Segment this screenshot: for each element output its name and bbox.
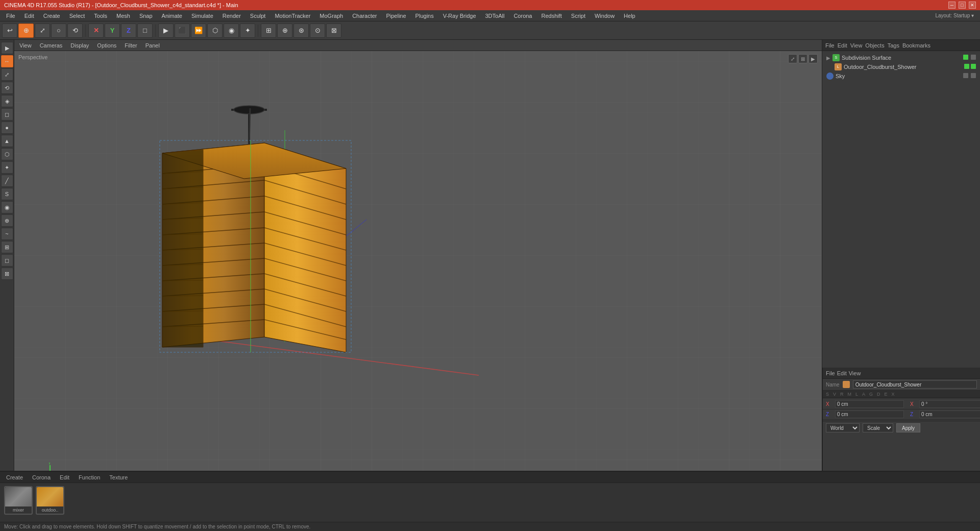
z-rot-input[interactable] xyxy=(919,411,980,418)
objects-edit-btn[interactable]: Edit xyxy=(838,42,847,49)
toolbar-axes[interactable]: ⊙ xyxy=(310,23,325,38)
tool-poly[interactable]: ◈ xyxy=(1,95,13,107)
transform-mode-select[interactable]: Scale Move Rotate xyxy=(863,423,893,432)
menu-select[interactable]: Select xyxy=(65,12,89,20)
maximize-button[interactable]: □ xyxy=(959,2,966,9)
menu-window[interactable]: Window xyxy=(591,12,619,20)
menu-file[interactable]: File xyxy=(2,12,19,20)
apply-button[interactable]: Apply xyxy=(896,423,920,432)
vp-menu-cameras[interactable]: Cameras xyxy=(38,42,65,49)
menu-edit[interactable]: Edit xyxy=(20,12,38,20)
menu-character[interactable]: Character xyxy=(348,12,381,20)
menu-help[interactable]: Help xyxy=(620,12,640,20)
scene-item-shower[interactable]: L Outdoor_Cloudburst_Shower xyxy=(824,62,978,71)
menu-simulate[interactable]: Simulate xyxy=(187,12,217,20)
vp-menu-options[interactable]: Options xyxy=(95,42,118,49)
tool-hex[interactable]: ⬡ xyxy=(1,148,13,160)
coord-system-select[interactable]: World Object Camera xyxy=(826,423,860,432)
menu-script[interactable]: Script xyxy=(567,12,590,20)
toolbar-materials[interactable]: ⬡ xyxy=(207,23,223,38)
objects-bookmarks-btn[interactable]: Bookmarks xyxy=(902,42,930,49)
vp-menu-filter[interactable]: Filter xyxy=(122,42,139,49)
tool-move[interactable]: ↔ xyxy=(1,55,13,67)
tool-deform[interactable]: ~ xyxy=(1,228,13,240)
menu-sculpt[interactable]: Sculpt xyxy=(246,12,270,20)
menu-render[interactable]: Render xyxy=(218,12,245,20)
toolbar-y-axis[interactable]: Y xyxy=(105,23,120,38)
mat-tab-texture[interactable]: Texture xyxy=(105,473,132,481)
toolbar-world[interactable]: □ xyxy=(137,23,153,38)
vp-menu-display[interactable]: Display xyxy=(68,42,91,49)
tool-null[interactable]: ⊕ xyxy=(1,214,13,227)
close-button[interactable]: ✕ xyxy=(969,2,976,9)
menu-mesh[interactable]: Mesh xyxy=(112,12,134,20)
objects-objects-btn[interactable]: Objects xyxy=(865,42,884,49)
menu-vray[interactable]: V-Ray Bridge xyxy=(439,12,480,20)
z-pos-input[interactable] xyxy=(835,411,904,418)
toolbar-move[interactable]: ⤢ xyxy=(35,23,50,38)
toolbar-add[interactable]: ⊕ xyxy=(18,23,34,38)
tool-spline[interactable]: S xyxy=(1,188,13,200)
tool-rotate[interactable]: ⟲ xyxy=(1,82,13,94)
mat-tab-function[interactable]: Function xyxy=(75,473,104,481)
toolbar-scale[interactable]: ○ xyxy=(51,23,66,38)
material-outdoor[interactable]: outdoo.. xyxy=(36,486,64,515)
toolbar-render-anim[interactable]: ⏩ xyxy=(191,23,206,38)
tool-cone[interactable]: ▲ xyxy=(1,135,13,147)
menu-corona[interactable]: Corona xyxy=(509,12,536,20)
x-pos-input[interactable] xyxy=(835,400,904,408)
tool-hair[interactable]: ⊠ xyxy=(1,268,13,280)
menu-3dtoall[interactable]: 3DToAll xyxy=(481,12,509,20)
viewport-play[interactable]: ▶ xyxy=(808,54,818,63)
tool-box[interactable]: ◻ xyxy=(1,108,13,120)
menu-motiontracker[interactable]: MotionTracker xyxy=(271,12,314,20)
mat-tab-edit[interactable]: Edit xyxy=(56,473,74,481)
menu-create[interactable]: Create xyxy=(39,12,64,20)
menu-tools[interactable]: Tools xyxy=(90,12,111,20)
tool-light[interactable]: ✦ xyxy=(1,161,13,174)
menu-mograph[interactable]: MoGraph xyxy=(315,12,347,20)
tool-sphere[interactable]: ● xyxy=(1,122,13,134)
vp-menu-panel[interactable]: Panel xyxy=(143,42,162,49)
menu-plugins[interactable]: Plugins xyxy=(411,12,438,20)
toolbar-z-axis[interactable]: Z xyxy=(121,23,136,38)
props-edit-btn[interactable]: Edit xyxy=(837,370,847,376)
viewport[interactable]: Perspective Grid Spacing : 100 cm ⤢ ⊞ ▶ … xyxy=(14,51,822,509)
toolbar-x-axis[interactable]: ✕ xyxy=(88,23,104,38)
toolbar-render-region[interactable]: ⬛ xyxy=(175,23,190,38)
toolbar-workplane[interactable]: ⊛ xyxy=(293,23,309,38)
material-mixer[interactable]: mixer xyxy=(4,486,33,515)
tool-grid2[interactable]: ⊞ xyxy=(1,241,13,253)
tool-camera[interactable]: ◉ xyxy=(1,201,13,213)
tool-scale2[interactable]: ⤢ xyxy=(1,68,13,81)
props-file-btn[interactable]: File xyxy=(826,370,835,376)
objects-tags-btn[interactable]: Tags xyxy=(888,42,899,49)
toolbar-objects[interactable]: ◉ xyxy=(224,23,239,38)
toolbar-rotate[interactable]: ⟲ xyxy=(67,23,83,38)
object-name-input[interactable] xyxy=(853,380,977,389)
toolbar-snap2[interactable]: ⊕ xyxy=(277,23,292,38)
menu-snap[interactable]: Snap xyxy=(135,12,157,20)
viewport-maximize[interactable]: ⤢ xyxy=(788,54,797,63)
toolbar-deform[interactable]: ⊠ xyxy=(326,23,341,38)
tool-line[interactable]: ╱ xyxy=(1,175,13,187)
menu-animate[interactable]: Animate xyxy=(158,12,186,20)
objects-view-btn[interactable]: View xyxy=(850,42,863,49)
scene-item-subdivision[interactable]: ▶ S Subdivision Surface xyxy=(824,53,978,62)
props-view-btn[interactable]: View xyxy=(849,370,861,376)
tool-select[interactable]: ▶ xyxy=(1,42,13,54)
tool-mograph[interactable]: ◻ xyxy=(1,254,13,267)
viewport-grid-toggle[interactable]: ⊞ xyxy=(798,54,807,63)
vp-menu-view[interactable]: View xyxy=(17,42,34,49)
objects-file-btn[interactable]: File xyxy=(825,42,835,49)
menu-redshift[interactable]: Redshift xyxy=(537,12,566,20)
toolbar-lights[interactable]: ✦ xyxy=(240,23,255,38)
menu-pipeline[interactable]: Pipeline xyxy=(382,12,410,20)
scene-item-sky[interactable]: Sky xyxy=(824,71,978,81)
minimize-button[interactable]: ─ xyxy=(948,2,955,9)
toolbar-grid[interactable]: ⊞ xyxy=(261,23,276,38)
mat-tab-corona[interactable]: Corona xyxy=(28,473,55,481)
mat-tab-create[interactable]: Create xyxy=(2,473,27,481)
toolbar-render-preview[interactable]: ▶ xyxy=(158,23,174,38)
toolbar-undo[interactable]: ↩ xyxy=(2,23,17,38)
